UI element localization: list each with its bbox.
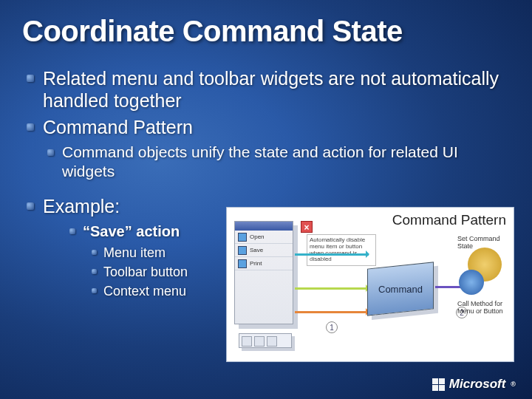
diagram-menu-pane: Open Save Print	[234, 221, 293, 324]
diagram-step-1: 1	[326, 321, 338, 333]
menu-open: Open	[250, 233, 265, 240]
print-icon	[238, 259, 247, 268]
slide: Coordinate Command State Related menu an…	[0, 0, 532, 399]
microsoft-flag-icon	[432, 378, 445, 391]
diagram-label-call-method: Call Method for Menu or Button	[457, 301, 506, 316]
command-pattern-diagram: Command Pattern Open Save Print × Automa…	[226, 207, 514, 362]
menu-print: Print	[250, 260, 262, 267]
arrow-icon	[295, 287, 369, 290]
toolbar-btn	[254, 336, 265, 347]
registered-mark: ®	[511, 381, 516, 388]
toolbar-btn	[242, 336, 252, 347]
diagram-title: Command Pattern	[392, 212, 506, 228]
diagram-toolbar-pane	[239, 333, 292, 348]
arrow-icon	[295, 253, 369, 256]
close-icon: ×	[301, 221, 313, 233]
microsoft-logo: Microsoft®	[432, 377, 516, 392]
gear-icon	[459, 248, 508, 296]
menu-save: Save	[250, 247, 263, 253]
bullet-related-widgets: Related menu and toolbar widgets are not…	[22, 67, 510, 112]
slide-title: Coordinate Command State	[22, 15, 510, 48]
bullet-command-pattern: Command Pattern	[22, 116, 510, 138]
open-icon	[238, 233, 247, 242]
diagram-label-set-state: Set Command State	[457, 236, 506, 250]
save-icon	[238, 246, 247, 255]
bullet-command-objects: Command objects unify the state and acti…	[43, 143, 510, 182]
toolbar-btn	[267, 336, 277, 347]
arrow-icon	[295, 311, 369, 313]
diagram-command-box: Command	[367, 262, 434, 316]
command-label: Command	[378, 284, 423, 295]
brand-name: Microsoft	[449, 377, 506, 392]
